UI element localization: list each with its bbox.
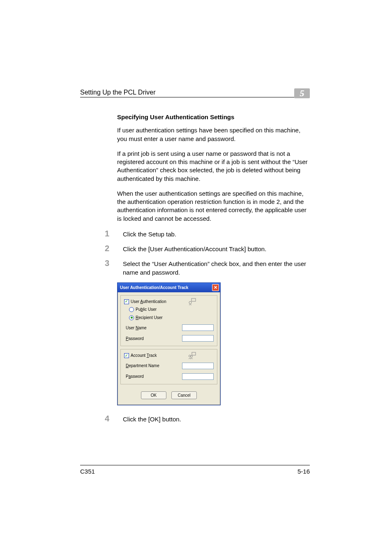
running-title: Setting Up the PCL Driver — [80, 89, 155, 96]
user-auth-dialog: User Authentication/Account Track ✕ ✓ Us… — [117, 282, 221, 406]
svg-rect-0 — [191, 298, 196, 301]
cancel-button[interactable]: Cancel — [171, 391, 197, 400]
dialog-buttons: OK Cancel — [118, 387, 220, 405]
user-auth-checkbox-label: User Authentication — [131, 299, 166, 305]
step-number: 1 — [105, 229, 118, 238]
page-header: Setting Up the PCL Driver 5 — [80, 86, 310, 97]
dialog-title-text: User Authentication/Account Track — [120, 285, 188, 291]
section-subheading: Specifying User Authentication Settings — [117, 113, 310, 121]
step-number: 2 — [105, 244, 118, 252]
recipient-user-row: Recipient User — [124, 315, 214, 321]
content-area: Specifying User Authentication Settings … — [80, 97, 310, 424]
user-name-input[interactable] — [182, 324, 214, 331]
paragraph: When the user authentication settings ar… — [117, 190, 310, 223]
recipient-user-radio[interactable] — [129, 315, 134, 320]
department-row: Department Name — [124, 363, 214, 369]
step-text: Click the [OK] button. — [123, 414, 181, 423]
step-item: 4 Click the [OK] button. — [117, 414, 310, 423]
public-user-radio[interactable] — [129, 307, 134, 312]
footer-page-number: 5-16 — [297, 468, 310, 475]
acct-password-label: Password — [124, 374, 144, 379]
chapter-number: 5 — [300, 88, 304, 99]
ok-button[interactable]: OK — [141, 391, 166, 400]
acct-password-input[interactable] — [182, 373, 214, 380]
account-track-icon — [188, 352, 196, 359]
user-auth-icon — [188, 298, 196, 305]
password-label: Password — [124, 336, 144, 342]
step-text: Select the “User Authentication” check b… — [123, 259, 310, 277]
chapter-badge: 5 — [294, 88, 310, 98]
user-auth-section: ✓ User Authentication Public User Recipi… — [120, 295, 217, 347]
department-label: Department Name — [124, 363, 159, 369]
acct-password-row: Password — [124, 373, 214, 380]
steps-list: 1 Click the Setup tab. 2 Click the [User… — [117, 229, 310, 277]
account-track-checkbox-row: ✓ Account Track — [124, 353, 214, 358]
step-item: 2 Click the [User Authentication/Account… — [117, 244, 310, 253]
steps-list-continued: 4 Click the [OK] button. — [117, 414, 310, 423]
svg-point-1 — [189, 301, 191, 304]
public-user-row: Public User — [124, 307, 214, 312]
step-number: 3 — [105, 259, 118, 267]
password-input[interactable] — [182, 335, 214, 342]
user-name-row: User Name — [124, 324, 214, 331]
account-track-section: ✓ Account Track Department Name Password — [120, 349, 217, 384]
paragraph: If a print job is sent using a user name… — [117, 150, 310, 183]
footer-model: C351 — [80, 468, 95, 475]
user-auth-checkbox-row: ✓ User Authentication — [124, 299, 214, 305]
close-icon: ✕ — [214, 285, 217, 290]
user-auth-checkbox[interactable]: ✓ — [124, 299, 129, 304]
user-name-label: User Name — [124, 325, 147, 331]
close-button[interactable]: ✕ — [212, 284, 219, 291]
password-row: Password — [124, 335, 214, 342]
account-track-checkbox-label: Account Track — [131, 353, 157, 358]
page: Setting Up the PCL Driver 5 Specifying U… — [0, 0, 392, 555]
step-number: 4 — [105, 414, 118, 423]
recipient-user-label: Recipient User — [136, 315, 163, 321]
paragraph: If user authentication settings have bee… — [117, 126, 310, 143]
public-user-label: Public User — [136, 307, 157, 312]
account-track-checkbox[interactable]: ✓ — [124, 353, 129, 358]
svg-rect-2 — [192, 352, 196, 355]
step-text: Click the [User Authentication/Account T… — [123, 244, 266, 253]
dialog-titlebar: User Authentication/Account Track ✕ — [118, 283, 220, 292]
department-input[interactable] — [182, 363, 214, 369]
step-item: 3 Select the “User Authentication” check… — [117, 259, 310, 277]
step-item: 1 Click the Setup tab. — [117, 229, 310, 238]
page-footer: C351 5-16 — [80, 465, 310, 475]
step-text: Click the Setup tab. — [123, 229, 176, 238]
